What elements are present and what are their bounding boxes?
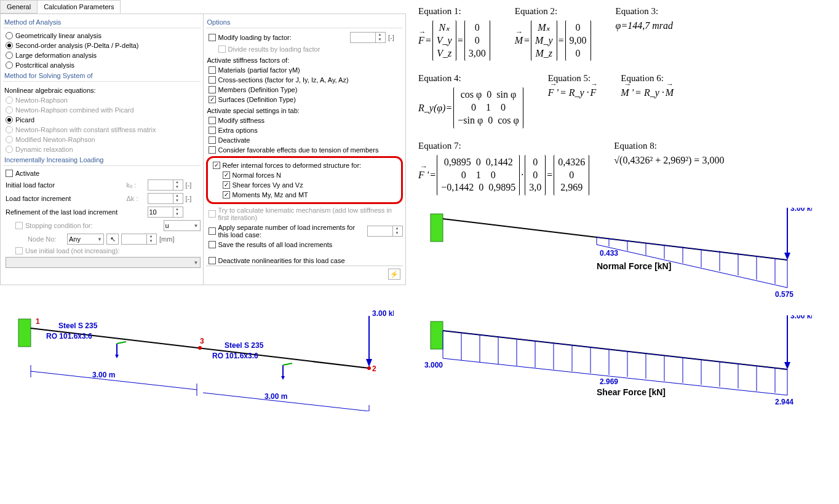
deactivate-nonlin-label: Deactivate nonlinearities for this load … [218, 257, 404, 264]
svg-text:Steel S 235: Steel S 235 [225, 341, 264, 350]
load-factor-increment-input[interactable]: ▲▼ [148, 193, 183, 204]
svg-marker-15 [281, 376, 285, 380]
check-consider-tension[interactable] [209, 146, 216, 154]
svg-text:2.969: 2.969 [600, 377, 618, 386]
check-extra[interactable] [209, 127, 216, 134]
svg-text:RO 101.6x3.6: RO 101.6x3.6 [212, 352, 258, 360]
check-deactivate-nonlin[interactable] [209, 257, 216, 264]
svg-text:1: 1 [36, 317, 40, 326]
ilf-unit: [-] [186, 181, 201, 189]
ilf-sym: k₀ : [127, 181, 145, 189]
radio-picard[interactable] [6, 116, 13, 124]
refinement-input[interactable]: ▲▼ [148, 207, 183, 218]
refer-label: Refer internal forces to deformed struct… [223, 162, 399, 169]
check-normal-forces[interactable] [223, 171, 230, 179]
lfi-unit: [-] [186, 195, 201, 202]
activate-stiffness-label: Activate stiffness factors of: [206, 54, 404, 65]
normal-force-diagram: 3.00 kN 0.433 0.575 Normal Force [kN] [418, 208, 827, 306]
equation-7: Equation 7: F '= 0,9895 0 0,1442 0 1 0 −… [418, 141, 589, 195]
radio-second-order-label: Second-order analysis (P-Delta / P-delta… [15, 42, 201, 49]
tab-calculation-parameters[interactable]: Calculation Parameters [37, 0, 121, 14]
check-moments[interactable] [223, 191, 230, 199]
check-materials[interactable] [209, 66, 216, 74]
tab-general[interactable]: General [0, 0, 38, 14]
pick-node-button[interactable]: ↖ [106, 234, 119, 245]
check-mod-stiff[interactable] [209, 117, 216, 124]
lightning-button[interactable]: ⚡ [388, 269, 400, 280]
radio-second-order[interactable] [6, 42, 13, 49]
radio-large-def-label: Large deformation analysis [15, 52, 201, 59]
node-unit: [mm] [159, 235, 174, 243]
svg-text:3.000: 3.000 [424, 361, 443, 369]
check-shear-forces[interactable] [223, 181, 230, 189]
modify-loading-input[interactable]: ▲▼ [350, 32, 386, 43]
initial-load-factor-input[interactable]: ▲▼ [148, 179, 183, 191]
members-label: Members (Definition Type) [218, 86, 404, 93]
radio-mnr [6, 136, 13, 143]
radio-nrcm [6, 126, 13, 133]
radio-mnr-label: Modified Newton-Raphson [15, 136, 201, 143]
svg-text:0.575: 0.575 [775, 290, 793, 299]
materials-label: Materials (partial factor γM) [218, 66, 404, 74]
check-separate-incr[interactable] [209, 227, 216, 235]
svg-text:3.00 m: 3.00 m [264, 392, 287, 401]
radio-nrcm-label: Newton-Raphson with constant stiffness m… [15, 126, 201, 133]
check-members[interactable] [209, 86, 216, 93]
svg-marker-18 [366, 359, 372, 367]
group-method-solving: Method for Solving System of [3, 70, 201, 82]
svg-rect-43 [431, 321, 443, 349]
radio-large-def[interactable] [6, 52, 13, 59]
check-kinematic [209, 210, 216, 218]
separate-incr-label: Apply separate number of load increments… [218, 224, 365, 238]
initial-load-factor-label: Initial load factor [6, 181, 124, 189]
svg-text:Shear Force [kN]: Shear Force [kN] [597, 387, 666, 397]
equation-3: Equation 3: φ=144,7 mrad [616, 6, 673, 61]
radio-nr-label: Newton-Raphson [15, 96, 201, 104]
radio-nr [6, 96, 13, 104]
use-initial-label: Use initial load (not increasing): [25, 247, 201, 254]
initial-load-dropdown[interactable]: ▼ [6, 257, 201, 268]
check-stopping [15, 222, 23, 229]
check-activate-incr[interactable] [6, 170, 13, 177]
check-use-initial [15, 247, 23, 254]
check-cross-sections[interactable] [209, 76, 216, 84]
extra-label: Extra options [218, 127, 404, 134]
svg-point-2 [198, 346, 202, 350]
surfaces-label: Surfaces (Definition Type) [218, 96, 404, 103]
divide-label: Divide results by loading factor [228, 45, 404, 53]
node-value-input[interactable]: ▲▼ [121, 234, 157, 245]
svg-marker-12 [115, 355, 119, 358]
radio-linear[interactable] [6, 32, 13, 39]
lfi-sym: Δk : [127, 195, 145, 202]
svg-text:0.433: 0.433 [600, 249, 618, 258]
node-dropdown[interactable]: Any▼ [67, 234, 104, 245]
check-activate-incr-label: Activate [15, 170, 201, 177]
stopping-label: Stopping condition for: [25, 222, 161, 229]
radio-postcritical[interactable] [6, 61, 13, 69]
node-label: Node No: [28, 235, 65, 243]
separate-incr-input[interactable]: ▲▼ [367, 226, 403, 237]
check-deactivate[interactable] [209, 136, 216, 144]
shear-label: Shear forces Vy and Vz [233, 181, 399, 189]
check-modify-loading[interactable] [209, 34, 216, 41]
svg-marker-38 [784, 253, 790, 260]
svg-text:2: 2 [372, 364, 376, 373]
check-surfaces[interactable] [209, 96, 216, 103]
equation-5: Equation 5: F '= R_y · F [548, 73, 597, 128]
moments-label: Moments My, Mz and MT [233, 191, 399, 199]
refer-group-highlight: Refer internal forces to deformed struct… [206, 156, 404, 204]
mod-stiff-label: Modify stiffness [218, 117, 404, 124]
equation-1: Equation 1: F= NₓV_yV_z = 003,00 [418, 6, 490, 61]
beam-model-diagram: 1 3 2 Steel S 235 RO 101.6x3.6 Steel S 2… [0, 294, 406, 411]
normal-label: Normal forces N [233, 171, 399, 179]
nonlinear-eq-label: Nonlinear algebraic equations: [3, 84, 201, 95]
stopping-dropdown[interactable]: u▼ [164, 220, 201, 231]
check-save-results[interactable] [209, 241, 216, 248]
check-refer[interactable] [213, 162, 220, 169]
radio-nrp [6, 106, 13, 114]
radio-linear-label: Geometrically linear analysis [15, 32, 201, 39]
equation-4: Equation 4: R_y(φ)= cos φ 0 sin φ 0 1 0 … [418, 73, 523, 128]
svg-text:3.00 kN: 3.00 kN [790, 208, 812, 213]
radio-postcritical-label: Postcritical analysis [15, 61, 201, 69]
deactivate-label: Deactivate [218, 136, 404, 144]
